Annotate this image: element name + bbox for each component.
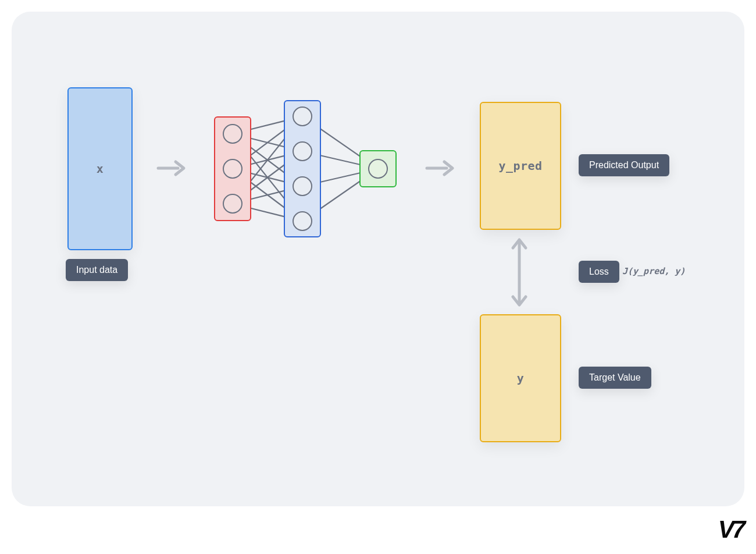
input-box-text: x [97,162,104,176]
target-box-text: y [517,371,525,385]
diagram-canvas: x Input data [12,12,744,506]
arrow-up-down-icon [509,237,529,310]
neuron [293,106,312,126]
neuron [293,211,312,231]
neuron [368,159,388,179]
neuron [293,141,312,161]
target-label: Target Value [579,367,651,389]
neuron [293,176,312,196]
loss-label: Loss [579,261,619,283]
arrow-right-icon [425,158,456,180]
ypred-box-text: y_pred [498,159,542,173]
target-box: y [480,314,561,442]
v7-logo: V7 [718,516,743,544]
ypred-box: y_pred [480,102,561,230]
predicted-label: Predicted Output [579,154,669,176]
neuron [223,159,243,179]
neuron [223,124,243,144]
neural-network [204,99,413,239]
input-label: Input data [66,259,128,281]
loss-formula: J(y_pred, y) [622,266,685,276]
neuron [223,194,243,214]
arrow-right-icon [156,158,187,180]
input-box: x [67,87,133,250]
